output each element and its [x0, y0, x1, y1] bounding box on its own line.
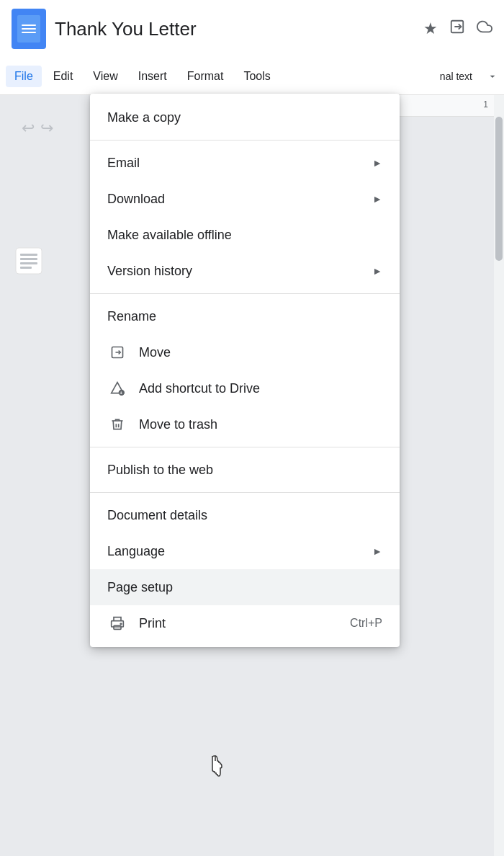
svg-rect-5 — [20, 267, 32, 269]
svg-rect-3 — [20, 258, 37, 260]
menu-option-download[interactable]: Download ► — [90, 181, 400, 217]
menu-divider-4 — [90, 492, 400, 493]
menu-edit[interactable]: Edit — [45, 66, 82, 87]
email-arrow-icon: ► — [372, 157, 382, 169]
menu-insert[interactable]: Insert — [130, 66, 176, 87]
menu-option-move-to-trash[interactable]: Move to trash — [90, 406, 400, 442]
svg-rect-4 — [20, 262, 37, 264]
sidebar-icon — [13, 245, 45, 280]
title-bar: Thank You Letter ★ — [0, 0, 504, 58]
menu-option-move[interactable]: Move — [90, 334, 400, 370]
menu-format[interactable]: Format — [179, 66, 233, 87]
menu-option-print[interactable]: Print Ctrl+P — [90, 605, 400, 641]
drive-shortcut-icon: + — [107, 381, 127, 396]
svg-rect-1 — [16, 248, 42, 274]
menu-option-language[interactable]: Language ► — [90, 533, 400, 569]
menu-option-add-shortcut[interactable]: + Add shortcut to Drive — [90, 370, 400, 406]
menu-option-rename[interactable]: Rename — [90, 298, 400, 334]
menu-bar: File Edit View Insert Format Tools nal t… — [0, 58, 504, 95]
normal-text-indicator: nal text — [440, 71, 487, 82]
menu-option-email[interactable]: Email ► — [90, 145, 400, 181]
menu-divider-3 — [90, 447, 400, 447]
document-title[interactable]: Thank You Letter — [55, 18, 415, 40]
menu-divider-2 — [90, 293, 400, 294]
trash-icon — [107, 417, 127, 432]
dropdown-chevron-icon — [487, 71, 498, 82]
menu-option-publish-to-web[interactable]: Publish to the web — [90, 452, 400, 488]
star-icon[interactable]: ★ — [423, 19, 438, 38]
menu-option-version-history[interactable]: Version history ► — [90, 253, 400, 289]
document-icon — [12, 9, 46, 49]
file-dropdown-menu: Make a copy Email ► Download ► Make avai… — [90, 94, 400, 647]
menu-tools[interactable]: Tools — [235, 66, 279, 87]
title-actions: ★ — [423, 19, 492, 39]
scrollbar-thumb[interactable] — [495, 117, 503, 261]
menu-option-make-a-copy[interactable]: Make a copy — [90, 99, 400, 135]
print-shortcut: Ctrl+P — [350, 617, 382, 630]
cloud-icon[interactable] — [477, 19, 492, 39]
svg-point-12 — [120, 623, 122, 625]
menu-file[interactable]: File — [6, 66, 42, 87]
menu-option-document-details[interactable]: Document details — [90, 497, 400, 533]
menu-view[interactable]: View — [84, 66, 126, 87]
print-icon — [107, 616, 127, 630]
menu-option-make-available-offline[interactable]: Make available offline — [90, 217, 400, 253]
download-arrow-icon: ► — [372, 193, 382, 205]
scrollbar-track[interactable] — [494, 95, 504, 856]
svg-text:+: + — [120, 391, 122, 396]
language-arrow-icon: ► — [372, 545, 382, 557]
version-history-arrow-icon: ► — [372, 265, 382, 277]
move-to-drive-icon[interactable] — [449, 19, 465, 39]
svg-rect-2 — [20, 254, 37, 256]
nav-arrows: ↩ ↪ — [22, 119, 53, 138]
menu-divider-1 — [90, 140, 400, 141]
move-icon — [107, 345, 127, 360]
ruler-marker: 1 — [483, 99, 488, 110]
menu-option-page-setup[interactable]: Page setup — [90, 569, 400, 605]
